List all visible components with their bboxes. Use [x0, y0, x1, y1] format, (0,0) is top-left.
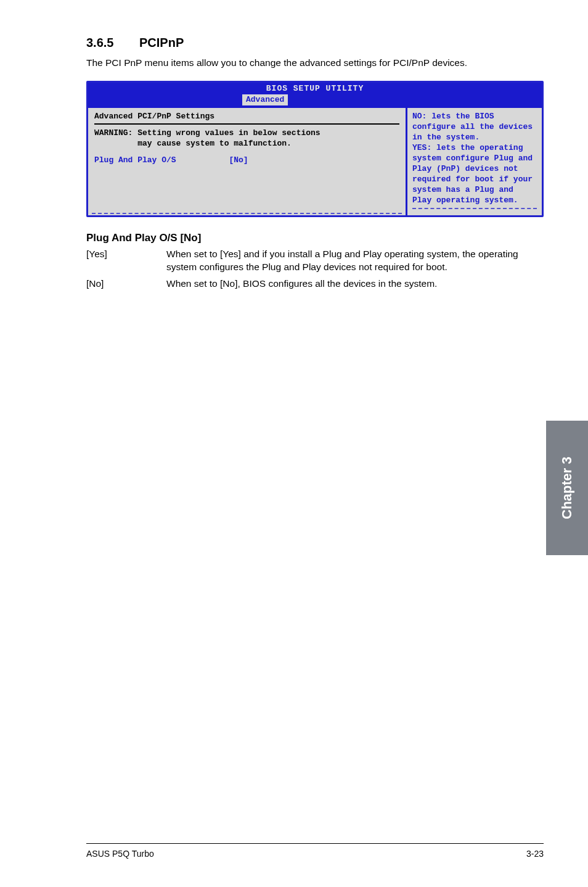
- bios-tab-row: Advanced: [88, 94, 542, 107]
- option-key-no: [No]: [86, 278, 166, 291]
- option-desc-yes: When set to [Yes] and if you install a P…: [166, 248, 544, 274]
- bios-panel-heading: Advanced PCI/PnP Settings: [94, 112, 399, 122]
- bios-tab-advanced[interactable]: Advanced: [242, 94, 288, 106]
- bios-warning: WARNING: Setting wrong values in below s…: [94, 128, 399, 149]
- section-number: 3.6.5: [86, 36, 139, 50]
- option-key-yes: [Yes]: [86, 248, 166, 274]
- bios-option-value: [No]: [229, 155, 248, 165]
- footer-right: 3-23: [526, 849, 544, 859]
- bios-option-plug-and-play[interactable]: Plug And Play O/S [No]: [94, 155, 399, 166]
- bios-divider: [94, 123, 399, 125]
- section-title: PCIPnP: [139, 36, 184, 49]
- section-heading: 3.6.5PCIPnP: [86, 36, 544, 50]
- bios-option-label: Plug And Play O/S: [94, 155, 176, 165]
- option-list: [Yes] When set to [Yes] and if you insta…: [86, 248, 544, 291]
- bios-help-text: NO: lets the BIOS configure all the devi…: [412, 112, 537, 205]
- list-item: [Yes] When set to [Yes] and if you insta…: [86, 248, 544, 274]
- bios-side-border: [412, 208, 537, 209]
- chapter-tab: Chapter 3: [546, 421, 588, 555]
- section-intro: The PCI PnP menu items allow you to chan…: [86, 56, 544, 70]
- bios-help-panel: NO: lets the BIOS configure all the devi…: [407, 108, 542, 215]
- footer-left: ASUS P5Q Turbo: [86, 849, 154, 859]
- bios-bottom-border: [92, 213, 402, 214]
- bios-main-panel: Advanced PCI/PnP Settings WARNING: Setti…: [88, 108, 407, 215]
- bios-title: BIOS SETUP UTILITY: [88, 83, 542, 94]
- list-item: [No] When set to [No], BIOS configures a…: [86, 278, 544, 291]
- bios-window: BIOS SETUP UTILITY Advanced Advanced PCI…: [86, 81, 544, 218]
- chapter-tab-label: Chapter 3: [559, 456, 575, 519]
- subsection-heading: Plug And Play O/S [No]: [86, 232, 544, 244]
- page-footer: ASUS P5Q Turbo 3-23: [86, 843, 544, 859]
- option-desc-no: When set to [No], BIOS configures all th…: [166, 278, 544, 291]
